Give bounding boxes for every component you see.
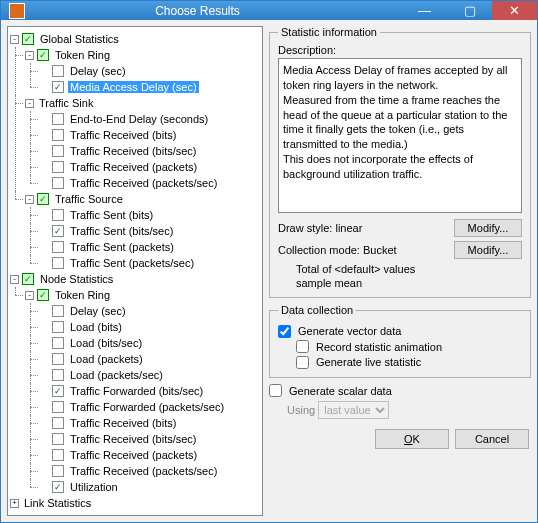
tree-checkbox[interactable] [52, 401, 64, 413]
leaf-traffic-received-bitssec[interactable]: Traffic Received (bits/sec) [68, 145, 199, 157]
tree-checkbox[interactable] [52, 417, 64, 429]
leaf-traffic-sent-packetssec[interactable]: Traffic Sent (packets/sec) [68, 257, 196, 269]
tree-checkbox[interactable] [52, 161, 64, 173]
node-global-statistics[interactable]: Global Statistics [38, 33, 121, 45]
expand-toggle [40, 67, 49, 76]
data-collection-group: Data collection Generate vector data Rec… [269, 304, 531, 378]
leaf-traffic-received-packetssec[interactable]: Traffic Received (packets/sec) [68, 177, 219, 189]
node-link-statistics[interactable]: Link Statistics [22, 497, 93, 509]
expand-toggle [40, 179, 49, 188]
tree-checkbox[interactable] [52, 337, 64, 349]
expand-toggle [40, 451, 49, 460]
description-text[interactable] [278, 58, 522, 213]
tree-checkbox[interactable]: ✓ [52, 481, 64, 493]
leaf-traffic-received-packetssec-2[interactable]: Traffic Received (packets/sec) [68, 465, 219, 477]
ok-button[interactable]: OK [375, 429, 449, 449]
node-node-statistics[interactable]: Node Statistics [38, 273, 115, 285]
tree-checkbox[interactable]: ✓ [22, 33, 34, 45]
tree-pane[interactable]: -✓Global Statistics-✓Token RingDelay (se… [7, 26, 263, 516]
leaf-utilization[interactable]: Utilization [68, 481, 120, 493]
expand-toggle[interactable]: - [25, 51, 34, 60]
tree-checkbox[interactable]: ✓ [52, 385, 64, 397]
expand-toggle [40, 243, 49, 252]
draw-style-label: Draw style: [278, 222, 332, 234]
leaf-traffic-received-bitssec-2[interactable]: Traffic Received (bits/sec) [68, 433, 199, 445]
rec-anim-checkbox[interactable] [296, 340, 309, 353]
tree-checkbox[interactable] [52, 177, 64, 189]
using-select: last value [318, 401, 389, 419]
gen-vector-checkbox[interactable] [278, 325, 291, 338]
leaf-traffic-sent-packets[interactable]: Traffic Sent (packets) [68, 241, 176, 253]
node-token-ring[interactable]: Token Ring [53, 49, 112, 61]
close-button[interactable]: ✕ [492, 1, 537, 20]
tree-checkbox[interactable] [52, 241, 64, 253]
gen-live-checkbox[interactable] [296, 356, 309, 369]
expand-toggle [40, 387, 49, 396]
tree-checkbox[interactable] [52, 433, 64, 445]
rec-anim-label[interactable]: Record statistic animation [316, 341, 442, 353]
tree-checkbox[interactable]: ✓ [37, 193, 49, 205]
leaf-delay-sec-2[interactable]: Delay (sec) [68, 305, 128, 317]
leaf-traffic-sent-bits[interactable]: Traffic Sent (bits) [68, 209, 155, 221]
description-label: Description: [278, 44, 522, 56]
tree-checkbox[interactable] [52, 353, 64, 365]
gen-scalar-checkbox[interactable] [269, 384, 282, 397]
tree-checkbox[interactable]: ✓ [52, 225, 64, 237]
expand-toggle [40, 227, 49, 236]
tree-checkbox[interactable] [52, 65, 64, 77]
maximize-button[interactable]: ▢ [447, 1, 492, 20]
tree-checkbox[interactable] [52, 369, 64, 381]
collection-sub2: sample mean [278, 277, 522, 289]
draw-style-modify-button[interactable]: Modify... [454, 219, 522, 237]
tree-checkbox[interactable] [52, 257, 64, 269]
leaf-traffic-forwarded-bitssec[interactable]: Traffic Forwarded (bits/sec) [68, 385, 205, 397]
tree-checkbox[interactable] [52, 145, 64, 157]
tree-checkbox[interactable] [52, 129, 64, 141]
node-traffic-source[interactable]: Traffic Source [53, 193, 125, 205]
leaf-delay-sec[interactable]: Delay (sec) [68, 65, 128, 77]
leaf-traffic-sent-bitssec[interactable]: Traffic Sent (bits/sec) [68, 225, 175, 237]
gen-live-label[interactable]: Generate live statistic [316, 356, 421, 368]
tree-checkbox[interactable]: ✓ [37, 49, 49, 61]
leaf-traffic-received-packets-2[interactable]: Traffic Received (packets) [68, 449, 199, 461]
statistic-info-legend: Statistic information [278, 26, 380, 38]
expand-toggle[interactable]: - [10, 275, 19, 284]
expand-toggle [40, 323, 49, 332]
collection-mode-value: Bucket [363, 244, 397, 256]
node-traffic-sink[interactable]: Traffic Sink [37, 97, 95, 109]
titlebar: Choose Results — ▢ ✕ [1, 1, 537, 20]
leaf-load-bitssec[interactable]: Load (bits/sec) [68, 337, 144, 349]
tree-checkbox[interactable] [52, 209, 64, 221]
leaf-load-packets[interactable]: Load (packets) [68, 353, 145, 365]
expand-toggle[interactable]: - [25, 195, 34, 204]
leaf-load-packetssec[interactable]: Load (packets/sec) [68, 369, 165, 381]
expand-toggle [40, 467, 49, 476]
tree-checkbox[interactable]: ✓ [52, 81, 64, 93]
leaf-media-access-delay[interactable]: Media Access Delay (sec) [68, 81, 199, 93]
expand-toggle[interactable]: + [10, 499, 19, 508]
expand-toggle[interactable]: - [25, 99, 34, 108]
expand-toggle [40, 355, 49, 364]
tree-checkbox[interactable] [52, 321, 64, 333]
tree-checkbox[interactable]: ✓ [37, 289, 49, 301]
leaf-traffic-forwarded-packetssec[interactable]: Traffic Forwarded (packets/sec) [68, 401, 226, 413]
gen-scalar-label[interactable]: Generate scalar data [289, 385, 392, 397]
tree-checkbox[interactable] [52, 305, 64, 317]
leaf-load-bits[interactable]: Load (bits) [68, 321, 124, 333]
tree-checkbox[interactable] [52, 449, 64, 461]
leaf-traffic-received-bits-2[interactable]: Traffic Received (bits) [68, 417, 178, 429]
expand-toggle[interactable]: - [10, 35, 19, 44]
leaf-traffic-received-bits[interactable]: Traffic Received (bits) [68, 129, 178, 141]
cancel-button[interactable]: Cancel [455, 429, 529, 449]
expand-toggle[interactable]: - [25, 291, 34, 300]
leaf-traffic-received-packets[interactable]: Traffic Received (packets) [68, 161, 199, 173]
tree-checkbox[interactable] [52, 113, 64, 125]
tree-checkbox[interactable] [52, 465, 64, 477]
gen-vector-label[interactable]: Generate vector data [298, 325, 401, 337]
tree-checkbox[interactable]: ✓ [22, 273, 34, 285]
window-title: Choose Results [0, 4, 402, 18]
collection-mode-modify-button[interactable]: Modify... [454, 241, 522, 259]
minimize-button[interactable]: — [402, 1, 447, 20]
leaf-end-to-end-delay[interactable]: End-to-End Delay (seconds) [68, 113, 210, 125]
node-token-ring-2[interactable]: Token Ring [53, 289, 112, 301]
